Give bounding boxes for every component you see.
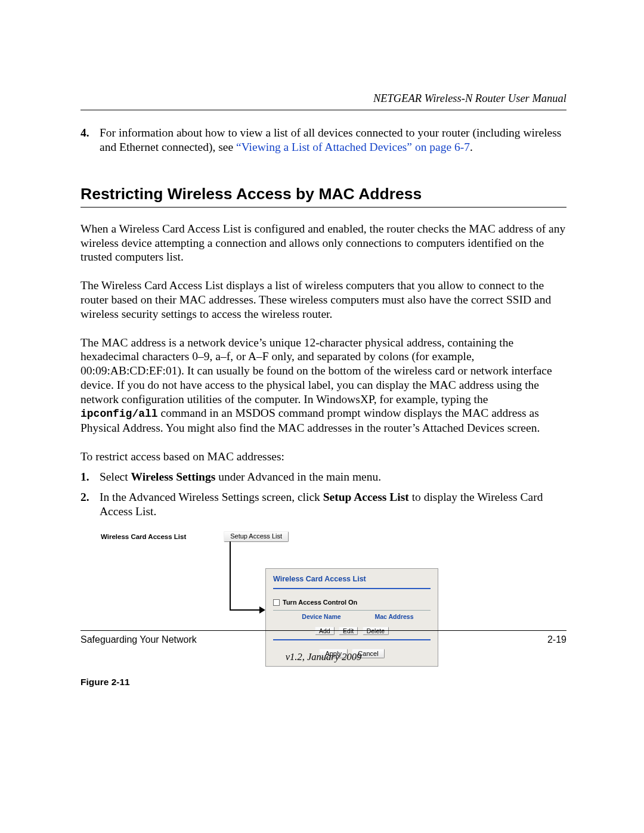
turn-access-control-checkbox[interactable] <box>273 599 280 606</box>
step1-pre: Select <box>100 470 131 483</box>
acl-row-label: Wireless Card Access List <box>101 532 186 541</box>
callout-line-horizontal <box>230 609 262 611</box>
step-2-body: In the Advanced Wireless Settings screen… <box>100 490 566 519</box>
paragraph-2: The Wireless Card Access List displays a… <box>80 278 566 321</box>
dialog-title: Wireless Card Access List <box>273 575 431 584</box>
step1-bold: Wireless Settings <box>131 470 216 483</box>
step1-post: under Advanced in the main menu. <box>215 470 381 483</box>
callout-line-vertical <box>230 541 231 610</box>
step-4-body: For information about how to view a list… <box>100 126 566 154</box>
footer-page-number: 2-19 <box>547 634 566 645</box>
paragraph-3: The MAC address is a network device’s un… <box>80 336 566 436</box>
acl-setting-row: Wireless Card Access List Setup Access L… <box>101 531 289 541</box>
dialog-rule-mid <box>273 610 431 611</box>
paragraph-1: When a Wireless Card Access List is conf… <box>80 222 566 264</box>
step-number-2: 2. <box>80 490 100 519</box>
footer-rule <box>80 630 566 631</box>
section-rule <box>80 207 566 208</box>
callout-arrow-icon <box>259 606 265 614</box>
step-number-1: 1. <box>80 470 100 484</box>
step2-pre: In the Advanced Wireless Settings screen… <box>100 491 323 503</box>
step-number-4: 4. <box>80 126 100 154</box>
ipconfig-command: ipconfig/all <box>80 408 158 420</box>
turn-access-control-label: Turn Access Control On <box>283 599 357 606</box>
col-mac-address: Mac Address <box>358 613 431 621</box>
step2-bold: Setup Access List <box>323 491 409 503</box>
xref-attached-devices[interactable]: “Viewing a List of Attached Devices” on … <box>236 141 470 153</box>
header-rule <box>80 110 566 110</box>
step-4-trailing: . <box>470 141 473 153</box>
dialog-rule-top <box>273 588 431 589</box>
dialog-table-header: Device Name Mac Address <box>273 613 431 621</box>
figure-caption: Figure 2-11 <box>80 677 566 688</box>
para3-a: The MAC address is a network device’s un… <box>80 336 552 405</box>
running-header: NETGEAR Wireless-N Router User Manual <box>80 92 566 105</box>
step-1-body: Select Wireless Settings under Advanced … <box>100 470 566 484</box>
col-device-name: Device Name <box>285 613 358 621</box>
footer-chapter: Safeguarding Your Network <box>80 634 197 645</box>
section-heading: Restricting Wireless Access by MAC Addre… <box>80 184 566 203</box>
footer-version: v1.2, January 2009 <box>80 651 566 663</box>
setup-access-list-button[interactable]: Setup Access List <box>224 531 289 541</box>
paragraph-4: To restrict access based on MAC addresse… <box>80 450 566 464</box>
